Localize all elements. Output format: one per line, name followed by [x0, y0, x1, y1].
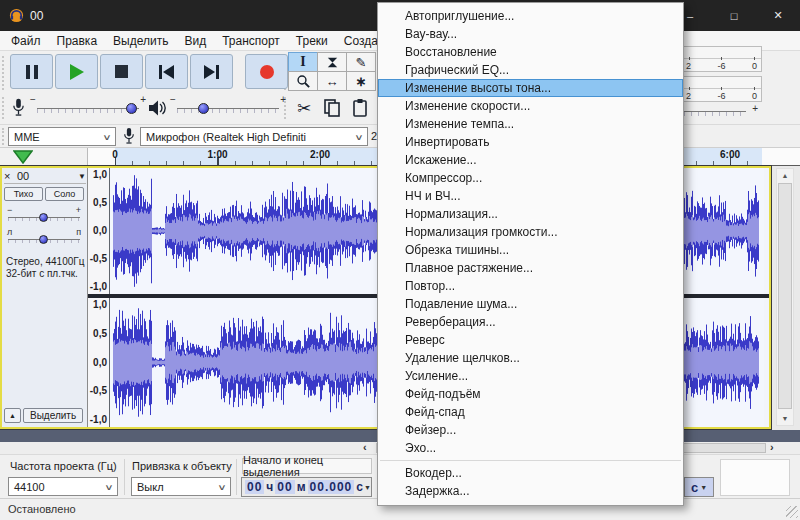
scale-label: 0,0 — [93, 358, 107, 368]
toolbar-grip[interactable] — [2, 56, 5, 90]
menubar-item[interactable]: Правка — [49, 31, 106, 50]
menu-item[interactable]: Эхо... — [378, 439, 683, 457]
menu-item[interactable]: Реверберация... — [378, 313, 683, 331]
track-close-icon[interactable]: × — [4, 170, 17, 182]
select-track-button[interactable]: Выделить — [23, 408, 83, 423]
menu-item[interactable]: Задержка... — [378, 482, 683, 500]
menu-item[interactable]: Вокодер... — [378, 464, 683, 482]
recording-meter[interactable]: 2-60 — [684, 46, 762, 72]
scale-label: 1,0 — [93, 170, 107, 180]
resize-grip[interactable] — [786, 506, 798, 518]
audio-host-dropdown[interactable]: MME ∨ — [8, 127, 116, 146]
solo-button[interactable]: Соло — [45, 187, 84, 201]
time-segment[interactable]: 00 — [275, 480, 294, 494]
menu-item[interactable]: Плавное растяжение... — [378, 259, 683, 277]
cut-button[interactable]: ✂ — [290, 96, 318, 120]
toolbar-grip[interactable] — [2, 97, 5, 119]
vertical-scrollbar[interactable]: ▲ ▼ — [776, 168, 794, 426]
menu-item[interactable]: Изменение высоты тона... — [378, 79, 683, 97]
time-segment[interactable]: с — [355, 480, 364, 494]
pause-button[interactable] — [10, 54, 53, 89]
maximize-button[interactable]: □ — [712, 0, 756, 31]
time-segment[interactable]: 00.000 — [308, 480, 355, 494]
time-format-dropdown-icon[interactable]: ▼ — [364, 484, 371, 491]
collapse-track-button[interactable]: ▲ — [4, 408, 21, 423]
playback-volume-thumb[interactable] — [198, 103, 209, 114]
menu-item[interactable]: Вау-вау... — [378, 25, 683, 43]
menu-item[interactable]: Нормализация... — [378, 205, 683, 223]
menu-item[interactable]: Реверс — [378, 331, 683, 349]
menu-item[interactable]: Автоприглушение... — [378, 7, 683, 25]
menu-item[interactable]: Компрессор... — [378, 169, 683, 187]
vertical-scale-left-channel[interactable]: 1,00,50,0-0,5-1,0 — [88, 168, 110, 294]
selection-start-time-field[interactable]: 00ч00м00.000с — [241, 477, 372, 497]
playback-volume-slider[interactable]: − + — [170, 96, 286, 120]
menu-item[interactable]: Инвертировать — [378, 133, 683, 151]
paste-button[interactable] — [346, 96, 374, 120]
record-button[interactable] — [245, 54, 288, 89]
menu-item[interactable]: Подавление шума... — [378, 295, 683, 313]
time-segment[interactable]: ч — [265, 480, 274, 494]
draw-tool-button[interactable]: ✎ — [346, 52, 376, 72]
mute-button[interactable]: Тихо — [4, 187, 43, 201]
toolbar-grip[interactable] — [2, 128, 5, 145]
menu-item[interactable]: Графический EQ... — [378, 61, 683, 79]
menubar-item[interactable]: Вид — [176, 31, 214, 50]
envelope-tool-button[interactable] — [317, 52, 347, 72]
selection-tool-button[interactable]: I — [288, 52, 318, 72]
timeline-pin-icon[interactable] — [13, 150, 33, 164]
time-segment[interactable]: м — [296, 480, 307, 494]
menu-item[interactable]: Повтор... — [378, 277, 683, 295]
vertical-scale-right-channel[interactable]: 1,00,50,0-0,5-1,0 — [88, 298, 110, 427]
timeshift-tool-button[interactable]: ↔ — [317, 71, 347, 91]
skip-to-start-button[interactable] — [145, 54, 188, 89]
menubar-item[interactable]: Файл — [3, 31, 49, 50]
menu-item[interactable]: Фейд-подъём — [378, 385, 683, 403]
copy-button[interactable] — [318, 96, 346, 120]
menu-item[interactable]: Изменение скорости... — [378, 97, 683, 115]
project-rate-dropdown[interactable]: 44100 ∨ — [8, 477, 118, 496]
recording-device-dropdown[interactable]: Микрофон (Realtek High Definiti ∨ — [140, 127, 368, 146]
zoom-tool-button[interactable] — [288, 71, 318, 91]
multi-tool-button[interactable]: ∗ — [346, 71, 376, 91]
close-button[interactable]: ✕ — [756, 0, 800, 31]
stop-button[interactable] — [100, 54, 143, 89]
timeline-label: 1:00 — [207, 149, 227, 160]
menu-item[interactable]: Удаление щелчков... — [378, 349, 683, 367]
menubar-item[interactable]: Треки — [288, 31, 336, 50]
menu-item[interactable]: Искажение... — [378, 151, 683, 169]
gain-thumb[interactable] — [39, 213, 48, 222]
menu-item[interactable]: Обрезка тишины... — [378, 241, 683, 259]
track-gain-slider[interactable]: − + — [5, 205, 83, 225]
time-segment[interactable]: 00 — [245, 480, 264, 494]
slider-fragment[interactable]: + — [684, 103, 758, 119]
track-menu-icon[interactable]: ▼ — [78, 172, 86, 181]
menu-item[interactable]: Изменение темпа... — [378, 115, 683, 133]
menu-item[interactable]: Фейзер... — [378, 421, 683, 439]
menu-item[interactable]: Усиление... — [378, 367, 683, 385]
playback-meter[interactable]: 2-60 — [684, 76, 762, 102]
track-name[interactable]: 00 — [17, 170, 78, 182]
menu-item[interactable]: Фейд-спад — [378, 403, 683, 421]
scroll-down-icon[interactable]: ▼ — [777, 415, 793, 422]
skip-to-end-button[interactable] — [190, 54, 233, 89]
multi-tool-icon: ∗ — [356, 75, 367, 88]
snap-to-dropdown[interactable]: Выкл ∨ — [131, 477, 231, 496]
recording-volume-slider[interactable]: − + — [30, 96, 146, 120]
scroll-up-icon[interactable]: ▲ — [777, 172, 793, 179]
vertical-scrollbar-thumb[interactable] — [778, 183, 792, 409]
menubar-item[interactable]: Выделить — [105, 31, 176, 50]
play-button[interactable] — [55, 54, 98, 89]
recording-volume-thumb[interactable] — [126, 103, 137, 114]
selection-end-time-field-fragment[interactable]: с ▼ — [684, 477, 714, 497]
scroll-right-icon[interactable]: › — [770, 441, 774, 453]
menu-item[interactable]: Нормализация громкости... — [378, 223, 683, 241]
scroll-left-icon[interactable]: ‹ — [363, 441, 367, 453]
menubar-item[interactable]: Транспорт — [214, 31, 288, 50]
track-pan-slider[interactable]: л п — [5, 227, 83, 247]
pan-right-label: п — [76, 227, 81, 237]
selection-range-label[interactable]: Начало и конец выделения — [242, 458, 372, 474]
menu-item[interactable]: НЧ и ВЧ... — [378, 187, 683, 205]
menu-item[interactable]: Восстановление — [378, 43, 683, 61]
pan-thumb[interactable] — [39, 235, 48, 244]
